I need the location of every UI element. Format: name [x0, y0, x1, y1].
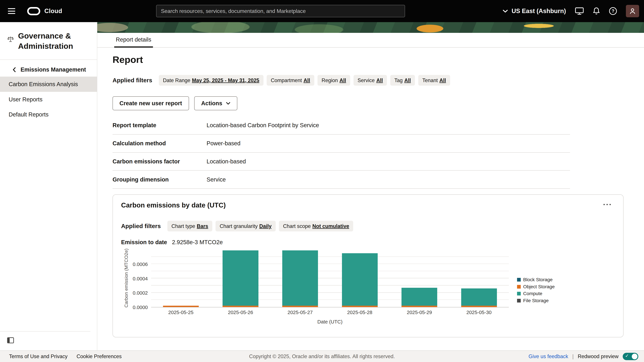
- sidebar: Governance & Administration Emissions Ma…: [0, 22, 97, 351]
- filter-chip-label: Chart type: [172, 223, 195, 229]
- card-overflow-menu-icon[interactable]: ⋯: [600, 197, 614, 211]
- bar-object-storage[interactable]: [461, 306, 497, 307]
- sidebar-item-user-reports[interactable]: User Reports: [0, 92, 97, 107]
- chart-filter-chip-scope[interactable]: Chart scopeNot cumulative: [279, 221, 353, 231]
- filter-chip-label: Tenant: [422, 77, 438, 83]
- filter-chip-date-range[interactable]: Date RangeMay 25, 2025 - May 31, 2025: [159, 75, 264, 86]
- detail-value: Location-based: [206, 158, 246, 165]
- sidebar-divider: [0, 59, 97, 60]
- chart-filter-chip-granularity[interactable]: Chart granularityDaily: [216, 221, 276, 231]
- y-tick-label: 0.0000: [124, 305, 148, 310]
- bar-compute[interactable]: [282, 250, 318, 306]
- detail-value: Location-based Carbon Footprint by Servi…: [206, 122, 319, 129]
- sidebar-back-emissions-management[interactable]: Emissions Management: [13, 66, 97, 73]
- cloud-shell-icon[interactable]: [575, 7, 584, 15]
- filter-chip-region[interactable]: RegionAll: [318, 75, 350, 86]
- sidebar-back-label: Emissions Management: [20, 66, 86, 73]
- brand-name: Cloud: [44, 7, 62, 14]
- search-input[interactable]: [156, 5, 405, 17]
- cookie-preferences-link[interactable]: Cookie Preferences: [76, 354, 122, 359]
- filter-chip-compartment[interactable]: CompartmentAll: [267, 75, 314, 86]
- actions-button[interactable]: Actions: [194, 96, 237, 110]
- chevron-down-icon: [226, 102, 230, 105]
- oci-console: Cloud US East (Ashburn) ?: [0, 0, 644, 362]
- gridline: [151, 271, 509, 271]
- tab-report-details[interactable]: Report details: [114, 33, 153, 48]
- filter-chip-value[interactable]: All: [404, 77, 411, 83]
- bar-compute[interactable]: [222, 250, 258, 306]
- sidebar-item-label: Carbon Emissions Analysis: [8, 81, 78, 87]
- filter-chip-tag[interactable]: TagAll: [390, 75, 415, 86]
- chart-filter-chip-type[interactable]: Chart typeBars: [167, 221, 212, 231]
- terms-link[interactable]: Terms of Use and Privacy: [9, 354, 68, 359]
- legend-item[interactable]: Block Storage: [517, 277, 555, 282]
- collapse-sidebar-icon[interactable]: [7, 337, 14, 344]
- bar-compute[interactable]: [342, 253, 378, 306]
- filter-chip-service[interactable]: ServiceAll: [354, 75, 387, 86]
- chart-filter-chips: Chart typeBars Chart granularityDaily Ch…: [167, 221, 353, 231]
- filter-chip-value[interactable]: May 25, 2025 - May 31, 2025: [192, 77, 260, 83]
- filter-chip-label: Chart granularity: [220, 223, 258, 229]
- filter-chip-value[interactable]: All: [304, 77, 310, 83]
- filter-chip-value[interactable]: Daily: [259, 223, 272, 229]
- sidebar-item-carbon-emissions-analysis[interactable]: Carbon Emissions Analysis: [0, 77, 97, 92]
- filter-chip-value[interactable]: All: [376, 77, 383, 83]
- create-new-user-report-button[interactable]: Create new user report: [112, 96, 189, 110]
- filter-chip-label: Region: [322, 77, 338, 83]
- give-feedback-link[interactable]: Give us feedback: [528, 354, 568, 359]
- legend-item[interactable]: File Storage: [517, 298, 555, 303]
- sidebar-item-default-reports[interactable]: Default Reports: [0, 107, 97, 122]
- notifications-bell-icon[interactable]: [593, 7, 600, 15]
- gridline: [151, 285, 509, 285]
- redwood-preview-toggle[interactable]: ✓: [623, 353, 638, 360]
- table-row: Grouping dimension Service: [112, 171, 570, 189]
- filter-chips: Date RangeMay 25, 2025 - May 31, 2025 Co…: [159, 75, 450, 86]
- help-icon[interactable]: ?: [609, 7, 617, 15]
- banner-illustration: [97, 22, 644, 33]
- region-selector[interactable]: US East (Ashburn): [502, 7, 566, 14]
- sidebar-nav: Carbon Emissions Analysis User Reports D…: [0, 77, 97, 122]
- chart: Carbon emission (MTCO2e) Date (UTC) Bloc…: [121, 247, 615, 329]
- gridline: [151, 278, 509, 278]
- sidebar-item-label: User Reports: [8, 96, 42, 103]
- detail-label: Report template: [112, 122, 206, 129]
- hamburger-menu-icon[interactable]: [6, 5, 18, 17]
- report-details-table: Report template Location-based Carbon Fo…: [112, 116, 570, 189]
- detail-value: Power-based: [206, 140, 240, 147]
- bar-object-storage[interactable]: [163, 306, 199, 307]
- filter-chip-value[interactable]: Not cumulative: [312, 223, 349, 229]
- sidebar-item-label: Default Reports: [8, 111, 48, 118]
- legend-item[interactable]: Object Storage: [517, 284, 555, 290]
- y-tick-label: 0.0006: [124, 261, 148, 267]
- oracle-logo-icon: [27, 7, 40, 15]
- user-avatar[interactable]: [626, 5, 639, 17]
- brand[interactable]: Cloud: [27, 7, 62, 15]
- filter-chip-label: Tag: [394, 77, 403, 83]
- report-content: Report Applied filters Date RangeMay 25,…: [97, 48, 644, 351]
- y-tick-label: 0.0002: [124, 290, 148, 296]
- filter-chip-tenant[interactable]: TenantAll: [418, 75, 450, 86]
- gridline: [151, 292, 509, 293]
- legend-label: Object Storage: [523, 284, 555, 290]
- chart-card-title: Carbon emissions by date (UTC): [121, 201, 615, 209]
- bar-object-storage[interactable]: [402, 306, 437, 307]
- chart-x-axis-label: Date (UTC): [151, 319, 509, 325]
- legend-label: Compute: [523, 291, 542, 296]
- bar-object-storage[interactable]: [222, 306, 258, 307]
- legend-swatch: [517, 292, 521, 296]
- filter-chip-value[interactable]: All: [440, 77, 446, 83]
- filter-chip-value[interactable]: All: [340, 77, 346, 83]
- emission-to-date-row: Emission to date 2.9258e-3 MTCO2e: [121, 239, 615, 246]
- bar-object-storage[interactable]: [282, 306, 318, 307]
- bar-compute[interactable]: [402, 288, 437, 306]
- filter-chip-value[interactable]: Bars: [197, 223, 208, 229]
- table-row: Report template Location-based Carbon Fo…: [112, 116, 570, 135]
- legend-item[interactable]: Compute: [517, 291, 555, 296]
- carbon-emissions-chart-card: Carbon emissions by date (UTC) ⋯ Applied…: [112, 194, 624, 337]
- bar-object-storage[interactable]: [342, 306, 378, 307]
- chevron-left-icon: [13, 67, 16, 72]
- applied-filters-row: Applied filters Date RangeMay 25, 2025 -…: [112, 75, 644, 86]
- chart-plot: [151, 250, 509, 307]
- bar-compute[interactable]: [461, 289, 497, 306]
- sidebar-bottom-divider: [0, 331, 90, 332]
